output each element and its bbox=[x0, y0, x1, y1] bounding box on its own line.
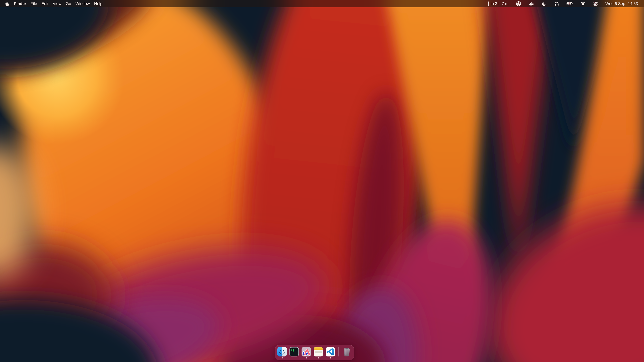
dock-separator bbox=[338, 347, 339, 357]
status-keyhole-ring[interactable] bbox=[516, 1, 521, 6]
menu-clock[interactable]: Wed 6 Sep 14:53 bbox=[606, 0, 638, 7]
docker-whale-icon bbox=[528, 1, 534, 6]
terminal-icon: $ bbox=[290, 347, 299, 357]
dock-item-notes[interactable] bbox=[314, 347, 323, 359]
vscode-icon bbox=[326, 347, 335, 357]
clock-date: Wed 6 Sep bbox=[606, 0, 625, 7]
status-battery[interactable] bbox=[566, 1, 573, 6]
dock-item-terminal[interactable]: $ bbox=[290, 347, 299, 359]
dock: $ bbox=[275, 345, 354, 360]
timer-text: in 3 h 7 m bbox=[491, 0, 508, 7]
status-wifi[interactable] bbox=[580, 1, 586, 6]
status-control-center[interactable] bbox=[593, 1, 598, 6]
dock-item-letter-a-app[interactable] bbox=[302, 347, 311, 359]
apple-menu[interactable] bbox=[5, 1, 12, 6]
trash-icon bbox=[342, 347, 352, 357]
status-audio[interactable] bbox=[554, 1, 559, 6]
apple-icon bbox=[5, 1, 10, 6]
menu-file[interactable]: File bbox=[28, 0, 39, 7]
notes-icon bbox=[314, 347, 323, 357]
menu-bar-status: in 3 h 7 m bbox=[488, 0, 638, 7]
wifi-icon bbox=[580, 1, 586, 6]
svg-text:$: $ bbox=[291, 349, 292, 351]
dock-item-vscode[interactable] bbox=[326, 347, 335, 359]
menu-bar-left: Finder File Edit View Go Window Help bbox=[5, 0, 105, 7]
menu-edit[interactable]: Edit bbox=[39, 0, 50, 7]
battery-charging-icon bbox=[566, 1, 573, 6]
status-timer[interactable]: in 3 h 7 m bbox=[488, 0, 508, 7]
menu-bar: Finder File Edit View Go Window Help in … bbox=[0, 0, 644, 7]
menu-view[interactable]: View bbox=[50, 0, 64, 7]
menu-help[interactable]: Help bbox=[92, 0, 104, 7]
dock-panel: $ bbox=[275, 345, 354, 360]
focus-moon-icon bbox=[542, 1, 547, 6]
finder-icon bbox=[278, 347, 287, 357]
running-indicator bbox=[282, 357, 283, 359]
desktop[interactable]: Finder File Edit View Go Window Help in … bbox=[0, 0, 644, 362]
running-indicator bbox=[306, 357, 307, 359]
timer-bar-icon bbox=[488, 1, 489, 6]
dock-item-finder[interactable] bbox=[278, 347, 287, 359]
menu-go[interactable]: Go bbox=[64, 0, 73, 7]
running-indicator bbox=[318, 357, 319, 359]
running-indicator bbox=[330, 357, 331, 359]
status-docker[interactable] bbox=[528, 1, 534, 6]
wallpaper bbox=[0, 0, 644, 362]
control-center-icon bbox=[593, 1, 598, 6]
app-menu-finder[interactable]: Finder bbox=[12, 0, 28, 7]
keyhole-ring-icon bbox=[516, 1, 521, 6]
headphones-icon bbox=[554, 1, 559, 6]
dock-item-trash[interactable] bbox=[342, 347, 352, 359]
letter-a-ribbon-icon bbox=[302, 347, 311, 357]
menu-window[interactable]: Window bbox=[73, 0, 92, 7]
clock-time: 14:53 bbox=[628, 0, 638, 7]
status-focus[interactable] bbox=[542, 1, 547, 6]
